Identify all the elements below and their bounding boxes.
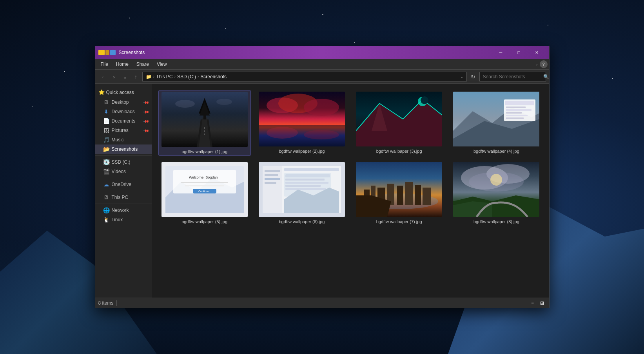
- path-arrow-3: ›: [198, 74, 199, 79]
- svg-rect-47: [284, 168, 339, 171]
- videos-label: Videos: [112, 169, 126, 174]
- svg-text:Continue: Continue: [198, 190, 209, 193]
- sidebar-item-desktop[interactable]: 🖥 Desktop 📌: [95, 98, 152, 107]
- sidebar-item-music[interactable]: 🎵 Music: [95, 135, 152, 144]
- view-grid-button[interactable]: ⊞: [538, 299, 546, 307]
- pictures-label: Pictures: [112, 128, 129, 133]
- minimize-button[interactable]: ─: [492, 46, 510, 59]
- file-grid: bgdftw wallpaper (1).jpg: [155, 87, 546, 229]
- svg-rect-45: [265, 178, 280, 180]
- sidebar-item-pictures[interactable]: 🖼 Pictures 📌: [95, 126, 152, 135]
- sidebar-item-linux[interactable]: 🐧 Linux: [95, 215, 152, 224]
- svg-rect-64: [423, 188, 431, 205]
- title-folder-icon-2: [105, 50, 109, 55]
- ribbon-collapse-icon[interactable]: ⌄: [535, 62, 538, 66]
- svg-point-12: [304, 99, 339, 116]
- network-label: Network: [112, 208, 129, 213]
- title-folder-icon-1: [98, 50, 105, 55]
- file-name-7: bgdftw wallpaper (7).jpg: [376, 219, 422, 224]
- view-list-button[interactable]: ≡: [529, 299, 537, 307]
- sidebar-item-ssd[interactable]: 💽 SSD (C:): [95, 157, 152, 167]
- file-area[interactable]: bgdftw wallpaper (1).jpg: [152, 84, 549, 298]
- menu-bar: File Home Share View ⌄ ?: [95, 59, 549, 70]
- maximize-button[interactable]: □: [510, 46, 528, 59]
- svg-rect-46: [265, 182, 276, 184]
- downloads-icon: ⬇: [103, 108, 109, 115]
- svg-point-15: [304, 130, 339, 139]
- path-dropdown-icon[interactable]: ⌄: [460, 74, 463, 79]
- menu-view[interactable]: View: [153, 60, 171, 69]
- file-item-8[interactable]: bgdftw wallpaper (8).jpg: [450, 161, 542, 226]
- sidebar: ⭐ Quick access 🖥 Desktop 📌 ⬇ Downloads 📌…: [95, 84, 152, 298]
- search-input[interactable]: [483, 74, 542, 79]
- refresh-button[interactable]: ↻: [468, 72, 478, 81]
- sidebar-divider-2: [95, 178, 152, 178]
- back-button[interactable]: ‹: [98, 72, 108, 81]
- search-box: 🔍: [479, 72, 546, 82]
- documents-icon: 📄: [103, 118, 109, 124]
- file-item-7[interactable]: bgdftw wallpaper (7).jpg: [353, 161, 445, 226]
- svg-rect-50: [285, 179, 325, 181]
- menu-file[interactable]: File: [97, 60, 112, 69]
- music-icon: 🎵: [103, 137, 109, 143]
- sidebar-quick-access-header[interactable]: ⭐ Quick access: [95, 87, 152, 98]
- sidebar-item-documents[interactable]: 📄 Documents 📌: [95, 116, 152, 126]
- thumbnail-2: [259, 92, 345, 146]
- file-item-1[interactable]: bgdftw wallpaper (1).jpg: [158, 90, 251, 156]
- file-item-5[interactable]: Welcome, Bogdan Continue bgdftw wallpape…: [158, 161, 251, 226]
- menu-home[interactable]: Home: [112, 60, 132, 69]
- main-content: ⭐ Quick access 🖥 Desktop 📌 ⬇ Downloads 📌…: [95, 84, 549, 298]
- search-icon[interactable]: 🔍: [543, 74, 549, 79]
- music-label: Music: [112, 137, 124, 143]
- file-item-4[interactable]: bgdftw wallpaper (4).jpg: [450, 90, 542, 156]
- thispc-icon: 🖥: [103, 194, 109, 200]
- sidebar-item-downloads[interactable]: ⬇ Downloads 📌: [95, 107, 152, 116]
- file-name-6: bgdftw wallpaper (6).jpg: [279, 219, 325, 224]
- screenshots-label: Screenshots: [112, 146, 138, 152]
- quick-access-star-icon: ⭐: [98, 89, 105, 95]
- sidebar-item-thispc[interactable]: 🖥 This PC: [95, 193, 152, 202]
- linux-label: Linux: [112, 217, 123, 222]
- screenshots-icon: 📂: [103, 146, 109, 152]
- thumbnail-4: [453, 92, 539, 146]
- svg-point-20: [421, 96, 428, 104]
- menu-share[interactable]: Share: [132, 60, 153, 69]
- downloads-pin-icon: 📌: [143, 108, 149, 115]
- path-ssd[interactable]: SSD (C:): [177, 74, 196, 79]
- file-name-5: bgdftw wallpaper (5).jpg: [181, 219, 227, 224]
- help-button[interactable]: ?: [540, 60, 548, 68]
- onedrive-icon: ☁: [103, 181, 109, 188]
- network-icon: 🌐: [103, 207, 109, 213]
- path-this-pc[interactable]: This PC: [156, 74, 173, 79]
- sidebar-item-screenshots[interactable]: 📂 Screenshots: [95, 144, 152, 154]
- explorer-window: Screenshots ─ □ ✕ File Home Share View ⌄…: [95, 46, 550, 308]
- svg-rect-53: [285, 188, 326, 190]
- forward-button[interactable]: ›: [109, 72, 119, 81]
- sidebar-divider-1: [95, 155, 152, 156]
- videos-icon: 🎬: [103, 168, 109, 175]
- quick-access-label: Quick access: [106, 90, 134, 95]
- documents-pin-icon: 📌: [143, 118, 149, 124]
- thumbnail-3: [356, 92, 442, 146]
- close-button[interactable]: ✕: [528, 46, 546, 59]
- title-folder-icon-3: [110, 50, 116, 55]
- pin-icon: 📌: [143, 99, 149, 105]
- path-screenshots[interactable]: Screenshots: [200, 74, 227, 79]
- status-divider: [116, 300, 117, 306]
- status-view-controls: ≡ ⊞: [529, 299, 546, 307]
- up-button[interactable]: ↑: [131, 72, 141, 81]
- file-item-2[interactable]: bgdftw wallpaper (2).jpg: [256, 90, 348, 156]
- ssd-label: SSD (C:): [112, 159, 131, 165]
- path-arrow-1: ›: [153, 74, 154, 79]
- file-name-3: bgdftw wallpaper (3).jpg: [376, 149, 422, 154]
- file-item-6[interactable]: bgdftw wallpaper (6).jpg: [256, 161, 348, 226]
- sidebar-item-onedrive[interactable]: ☁ OneDrive: [95, 180, 152, 189]
- svg-rect-30: [506, 117, 524, 119]
- sidebar-item-videos[interactable]: 🎬 Videos: [95, 167, 152, 176]
- sidebar-item-network[interactable]: 🌐 Network: [95, 206, 152, 215]
- file-item-3[interactable]: bgdftw wallpaper (3).jpg: [353, 90, 445, 156]
- svg-rect-25: [505, 101, 534, 105]
- nav-dropdown-button[interactable]: ⌄: [120, 72, 130, 81]
- desktop-icon: 🖥: [103, 99, 109, 105]
- svg-rect-52: [285, 185, 321, 187]
